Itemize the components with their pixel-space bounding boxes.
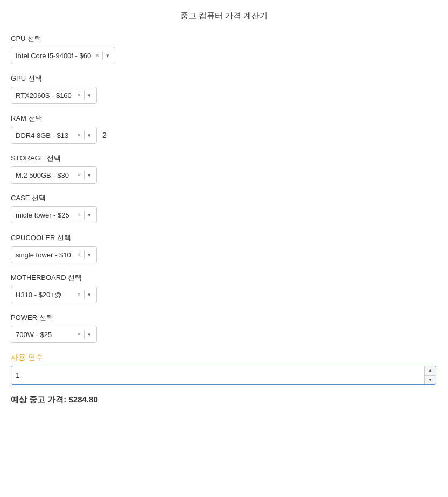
select-box-motherboard[interactable]: H310 - $20+@×▾ — [11, 286, 97, 303]
select-box-cpucooler[interactable]: single tower - $10×▾ — [11, 246, 97, 263]
section-gpu: GPU 선택RTX2060S - $160×▾ — [11, 74, 437, 104]
section-motherboard: MOTHERBOARD 선택H310 - $20+@×▾ — [11, 273, 437, 303]
select-row-gpu: RTX2060S - $160×▾ — [11, 87, 437, 104]
select-box-storage[interactable]: M.2 500GB - $30×▾ — [11, 166, 97, 184]
select-arrow-power[interactable]: ▾ — [87, 331, 92, 338]
select-divider-case — [84, 211, 85, 219]
select-arrow-storage[interactable]: ▾ — [87, 172, 92, 179]
select-clear-ram[interactable]: × — [76, 131, 82, 139]
select-clear-storage[interactable]: × — [76, 171, 82, 179]
section-cpu: CPU 선택Intel Core i5-9400f - $60×▾ — [11, 34, 437, 64]
select-box-gpu[interactable]: RTX2060S - $160×▾ — [11, 87, 97, 104]
label-cpucooler: CPUCOOLER 선택 — [11, 233, 437, 243]
usage-section: 사용 연수 ▲ ▼ — [11, 353, 437, 385]
select-arrow-case[interactable]: ▾ — [87, 212, 92, 219]
select-row-ram: DDR4 8GB - $13×▾2 — [11, 127, 437, 144]
select-divider-ram — [84, 131, 85, 139]
select-row-case: midle tower - $25×▾ — [11, 206, 437, 223]
select-divider-cpu — [102, 51, 103, 60]
select-clear-power[interactable]: × — [76, 331, 82, 338]
select-divider-cpucooler — [84, 250, 85, 259]
usage-input-wrapper: ▲ ▼ — [11, 366, 436, 385]
spinner-up-button[interactable]: ▲ — [425, 366, 436, 376]
select-value-cpu: Intel Core i5-9400f - $60 — [16, 52, 91, 60]
select-box-case[interactable]: midle tower - $25×▾ — [11, 206, 97, 223]
select-clear-gpu[interactable]: × — [76, 92, 82, 99]
select-divider-storage — [84, 171, 85, 179]
select-divider-motherboard — [84, 290, 85, 299]
ram-quantity: 2 — [102, 131, 107, 139]
select-clear-motherboard[interactable]: × — [76, 291, 82, 298]
label-cpu: CPU 선택 — [11, 34, 437, 44]
select-arrow-ram[interactable]: ▾ — [87, 132, 92, 139]
label-ram: RAM 선택 — [11, 114, 437, 123]
select-value-case: midle tower - $25 — [16, 211, 73, 219]
select-arrow-cpu[interactable]: ▾ — [105, 52, 110, 59]
section-power: POWER 선택700W - $25×▾ — [11, 313, 437, 343]
usage-label: 사용 연수 — [11, 353, 437, 362]
select-clear-cpucooler[interactable]: × — [76, 251, 82, 258]
label-storage: STORAGE 선택 — [11, 153, 437, 163]
select-row-cpu: Intel Core i5-9400f - $60×▾ — [11, 47, 437, 64]
result-text: 예상 중고 가격: $284.80 — [11, 395, 437, 405]
select-value-storage: M.2 500GB - $30 — [16, 171, 73, 179]
section-cpucooler: CPUCOOLER 선택single tower - $10×▾ — [11, 233, 437, 263]
select-row-storage: M.2 500GB - $30×▾ — [11, 166, 437, 184]
select-value-power: 700W - $25 — [16, 331, 73, 339]
section-storage: STORAGE 선택M.2 500GB - $30×▾ — [11, 153, 437, 184]
select-arrow-cpucooler[interactable]: ▾ — [87, 251, 92, 258]
label-power: POWER 선택 — [11, 313, 437, 323]
select-value-motherboard: H310 - $20+@ — [16, 291, 73, 299]
section-ram: RAM 선택DDR4 8GB - $13×▾2 — [11, 114, 437, 144]
select-value-ram: DDR4 8GB - $13 — [16, 131, 73, 139]
select-row-power: 700W - $25×▾ — [11, 326, 437, 343]
select-row-cpucooler: single tower - $10×▾ — [11, 246, 437, 263]
spinner-down-button[interactable]: ▼ — [425, 376, 436, 385]
select-clear-case[interactable]: × — [76, 211, 82, 219]
select-divider-gpu — [84, 91, 85, 100]
label-motherboard: MOTHERBOARD 선택 — [11, 273, 437, 283]
select-arrow-motherboard[interactable]: ▾ — [87, 291, 92, 298]
select-value-gpu: RTX2060S - $160 — [16, 92, 73, 100]
select-clear-cpu[interactable]: × — [94, 52, 100, 59]
select-box-power[interactable]: 700W - $25×▾ — [11, 326, 97, 343]
label-gpu: GPU 선택 — [11, 74, 437, 83]
usage-input[interactable] — [11, 366, 424, 384]
section-case: CASE 선택midle tower - $25×▾ — [11, 193, 437, 223]
select-box-ram[interactable]: DDR4 8GB - $13×▾ — [11, 127, 97, 144]
select-divider-power — [84, 330, 85, 339]
select-arrow-gpu[interactable]: ▾ — [87, 92, 92, 99]
select-value-cpucooler: single tower - $10 — [16, 251, 73, 259]
page-title: 중고 컴퓨터 가격 계산기 — [11, 11, 437, 21]
label-case: CASE 선택 — [11, 193, 437, 203]
usage-spinner: ▲ ▼ — [424, 366, 436, 384]
select-row-motherboard: H310 - $20+@×▾ — [11, 286, 437, 303]
select-box-cpu[interactable]: Intel Core i5-9400f - $60×▾ — [11, 47, 115, 64]
